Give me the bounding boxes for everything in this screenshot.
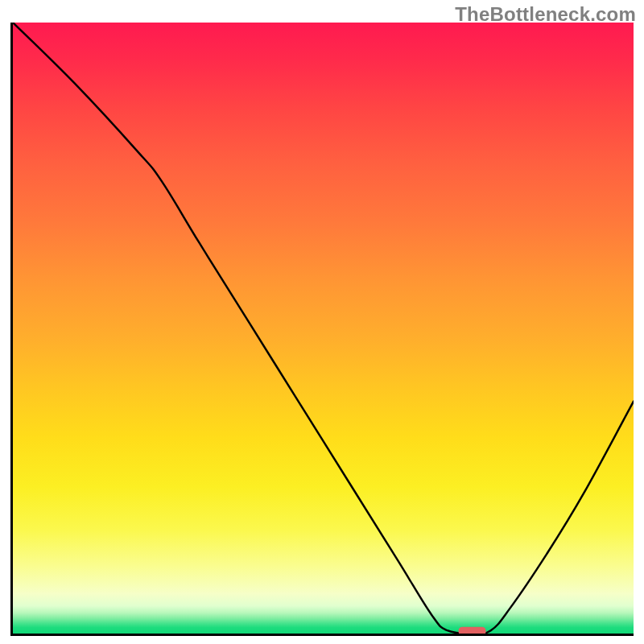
plot-area (10, 23, 634, 636)
min-marker (459, 627, 486, 634)
bottleneck-curve (13, 23, 634, 634)
overlay-svg (13, 23, 634, 634)
chart-container: TheBottleneck.com (0, 0, 644, 644)
